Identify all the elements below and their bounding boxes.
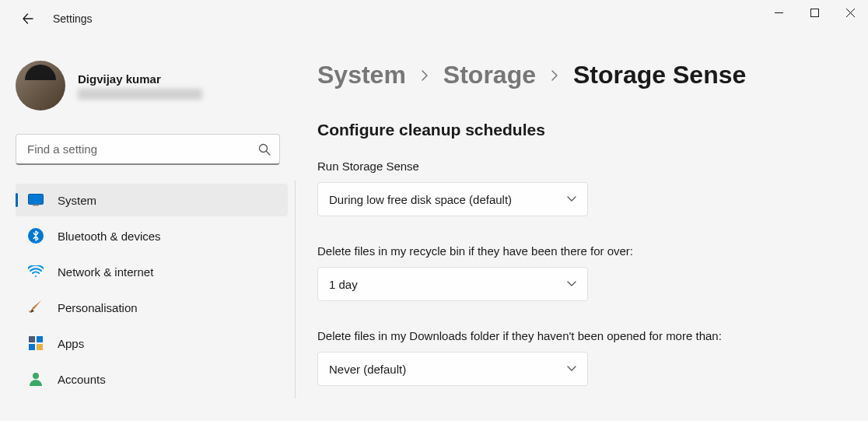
page-title: Settings	[53, 12, 93, 25]
search-box	[16, 134, 280, 165]
user-card[interactable]: Digvijay kumar	[16, 53, 296, 126]
paintbrush-icon	[28, 300, 44, 315]
dropdown-value: 1 day	[329, 278, 358, 291]
svg-rect-8	[37, 344, 43, 350]
run-storage-sense-label: Run Storage Sense	[317, 158, 737, 174]
sidebar-item-label: Bluetooth & devices	[58, 230, 161, 243]
chevron-down-icon	[567, 196, 576, 202]
user-email-blurred	[78, 89, 202, 100]
sidebar-item-label: Apps	[58, 337, 84, 350]
system-icon	[28, 192, 44, 208]
sidebar-item-label: Accounts	[58, 373, 106, 386]
sidebar-item-accounts[interactable]: Accounts	[16, 363, 288, 395]
sidebar-item-personalisation[interactable]: Personalisation	[16, 291, 288, 324]
dropdown-value: During low free disk space (default)	[329, 193, 512, 206]
sidebar-item-apps[interactable]: Apps	[16, 327, 288, 360]
svg-rect-3	[33, 205, 39, 206]
svg-rect-7	[29, 344, 35, 350]
svg-rect-2	[29, 195, 44, 205]
svg-rect-0	[810, 9, 818, 16]
sidebar-item-label: System	[58, 194, 96, 207]
recycle-bin-label: Delete files in my recycle bin if they h…	[317, 243, 737, 259]
breadcrumb: System Storage Storage Sense	[317, 61, 845, 89]
sidebar-item-network[interactable]: Network & internet	[16, 255, 288, 288]
nav-list: System Bluetooth & devices Network & int…	[16, 181, 296, 398]
minimize-button[interactable]	[761, 0, 796, 25]
sidebar-item-label: Personalisation	[58, 301, 138, 314]
breadcrumb-system[interactable]: System	[317, 61, 406, 89]
main-content: System Storage Storage Sense Configure c…	[296, 37, 868, 421]
minimize-icon	[775, 9, 783, 17]
chevron-right-icon	[550, 68, 559, 82]
run-storage-sense-dropdown[interactable]: During low free disk space (default)	[317, 182, 588, 216]
close-button[interactable]	[832, 0, 868, 25]
chevron-right-icon	[420, 68, 429, 82]
bluetooth-icon	[28, 228, 44, 244]
titlebar: Settings	[0, 0, 868, 37]
breadcrumb-storage[interactable]: Storage	[443, 61, 536, 89]
back-button[interactable]	[12, 3, 44, 34]
svg-point-9	[33, 373, 39, 379]
breadcrumb-current: Storage Sense	[573, 61, 746, 89]
section-heading: Configure cleanup schedules	[317, 121, 845, 139]
person-icon	[28, 371, 44, 387]
downloads-label: Delete files in my Downloads folder if t…	[317, 328, 737, 344]
chevron-down-icon	[567, 366, 576, 372]
svg-rect-6	[37, 336, 43, 342]
wifi-icon	[28, 264, 44, 279]
apps-icon	[28, 335, 44, 351]
sidebar-item-label: Network & internet	[58, 265, 153, 279]
svg-rect-5	[29, 336, 35, 342]
chevron-down-icon	[567, 281, 576, 287]
sidebar-item-system[interactable]: System	[16, 184, 288, 216]
user-name: Digvijay kumar	[78, 72, 202, 86]
close-icon	[846, 9, 855, 17]
search-input[interactable]	[16, 134, 280, 165]
maximize-button[interactable]	[796, 0, 832, 25]
downloads-dropdown[interactable]: Never (default)	[317, 352, 588, 386]
maximize-icon	[810, 9, 819, 17]
sidebar: Digvijay kumar System Bluetoo	[0, 37, 296, 421]
sidebar-item-bluetooth[interactable]: Bluetooth & devices	[16, 219, 288, 252]
dropdown-value: Never (default)	[329, 363, 406, 376]
user-avatar	[16, 61, 65, 111]
arrow-left-icon	[22, 12, 34, 25]
recycle-bin-dropdown[interactable]: 1 day	[317, 267, 588, 301]
window-controls	[761, 0, 868, 25]
